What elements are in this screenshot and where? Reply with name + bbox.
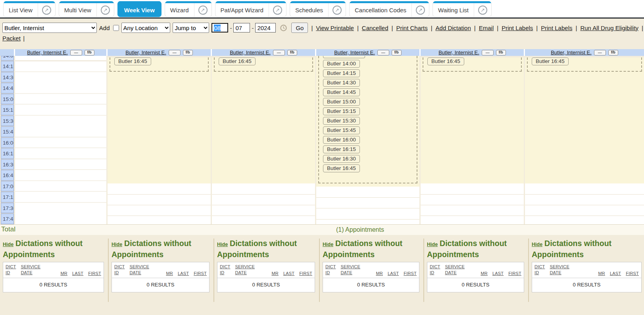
col-first-link[interactable]: FIRST (299, 271, 312, 276)
col-first-link[interactable]: FIRST (404, 271, 417, 276)
col-first-link[interactable]: FIRST (626, 271, 639, 276)
day-column-3[interactable]: Butler 16:45 (212, 56, 315, 224)
open-new-window-button[interactable]: ↗ (96, 3, 114, 17)
slot-button[interactable]: Butler 16:15 (323, 145, 360, 153)
col-dict-id-link[interactable]: ID (325, 270, 336, 276)
col-first-link[interactable]: FIRST (194, 271, 207, 276)
col-dict-id-link[interactable]: ID (6, 270, 16, 276)
date-month-input[interactable]: 08 (211, 23, 228, 32)
col-service-date-link[interactable]: DATE (445, 270, 465, 276)
tab-pat-appt-wizard[interactable]: Pat/Appt Wizard ↗ (215, 1, 286, 17)
col-service-date-link[interactable]: SERVICE (550, 264, 569, 270)
col-first-link[interactable]: FIRST (508, 271, 521, 276)
slot-button[interactable]: Butler 16:45 (323, 164, 360, 172)
email-link[interactable]: Email (479, 25, 494, 31)
open-new-window-button[interactable]: ↗ (474, 3, 491, 17)
col-service-date-link[interactable]: DATE (550, 270, 569, 276)
tab-waiting-list[interactable]: Waiting List ↗ (433, 1, 492, 17)
off-hours-area[interactable] (108, 183, 211, 226)
open-new-window-button[interactable]: ↗ (411, 3, 429, 17)
day-column-5[interactable]: Butler 16:45 (421, 56, 524, 224)
date-day-input[interactable] (233, 23, 250, 32)
day-column-4[interactable]: Butler 14:00 Butler 14:15 Butler 14:30 B… (316, 56, 419, 224)
print-labels-link[interactable]: Print Labels (502, 25, 533, 31)
add-checkbox[interactable] (113, 25, 119, 31)
col-mr-link[interactable]: MR (598, 271, 605, 276)
slot-button[interactable]: Butler 16:00 (323, 136, 360, 144)
col-dict-id-link[interactable]: DICT (114, 264, 125, 270)
col-mr-link[interactable]: MR (376, 271, 383, 276)
hide-link[interactable]: Hide (323, 242, 333, 247)
collapse-column-button[interactable]: — (70, 50, 82, 55)
open-new-window-button[interactable]: ↗ (269, 3, 286, 17)
col-mr-link[interactable]: MR (60, 271, 67, 276)
col-dict-id-link[interactable]: ID (430, 270, 440, 276)
col-last-link[interactable]: LAST (72, 271, 83, 276)
day-column-1[interactable] (15, 56, 106, 224)
tab-multi-view[interactable]: Multi View ↗ (59, 1, 114, 17)
col-service-date-link[interactable]: SERVICE (21, 264, 40, 270)
available-hours-area[interactable]: Butler 16:45 (108, 57, 211, 183)
col-dict-id-link[interactable]: DICT (6, 264, 16, 270)
col-service-date-link[interactable]: SERVICE (129, 264, 149, 270)
col-last-link[interactable]: LAST (492, 271, 504, 276)
slot-button[interactable]: Butler 14:45 (323, 88, 360, 96)
tab-wizard[interactable]: Wizard ↗ (165, 1, 212, 17)
fb-button[interactable]: f/b (85, 50, 94, 55)
slot-button[interactable]: Butler 14:15 (323, 69, 360, 77)
fb-button[interactable]: f/b (183, 50, 193, 55)
col-mr-link[interactable]: MR (271, 271, 279, 276)
slot-button[interactable]: Butler 16:30 (323, 155, 360, 163)
print-charts-link[interactable]: Print Charts (396, 25, 427, 31)
day-column-6[interactable]: Butler 16:45 (525, 56, 644, 224)
off-hours-area[interactable] (421, 183, 524, 226)
jump-to-select[interactable]: Jump to (173, 23, 209, 33)
available-hours-area[interactable]: Butler 16:45 (525, 57, 644, 183)
col-last-link[interactable]: LAST (283, 271, 294, 276)
date-year-input[interactable] (255, 23, 276, 32)
slot-button[interactable]: Butler 14:30 (323, 79, 360, 87)
fb-button[interactable]: f/b (287, 50, 297, 55)
provider-column-link[interactable]: Butler, Internist E. (438, 50, 479, 55)
collapse-column-button[interactable]: — (594, 50, 606, 55)
tab-list-view[interactable]: List View ↗ (3, 1, 56, 17)
off-hours-area[interactable] (212, 183, 315, 226)
tab-week-view[interactable]: Week View (117, 1, 161, 17)
slot-button[interactable]: Butler 16:45 (114, 57, 151, 65)
hide-link[interactable]: Hide (3, 242, 13, 247)
slot-button[interactable]: Butler 15:30 (323, 117, 360, 125)
clock-icon[interactable] (280, 24, 287, 32)
slot-button[interactable]: Butler 15:45 (323, 126, 360, 134)
collapse-column-button[interactable]: — (482, 50, 494, 55)
view-printable-link[interactable]: View Printable (316, 25, 354, 31)
col-dict-id-link[interactable]: DICT (220, 264, 230, 270)
col-first-link[interactable]: FIRST (88, 271, 101, 276)
col-service-date-link[interactable]: DATE (129, 270, 149, 276)
col-dict-id-link[interactable]: ID (114, 270, 125, 276)
fb-button[interactable]: f/b (608, 50, 618, 55)
col-last-link[interactable]: LAST (178, 271, 189, 276)
col-mr-link[interactable]: MR (481, 271, 488, 276)
hide-link[interactable]: Hide (111, 242, 122, 247)
provider-column-link[interactable]: Butler, Internist E. (230, 50, 271, 55)
collapse-column-button[interactable]: — (273, 50, 285, 55)
slot-button[interactable]: Butler 16:45 (532, 57, 569, 65)
open-new-window-button[interactable]: ↗ (38, 3, 55, 17)
available-hours-area[interactable]: Butler 14:00 Butler 14:15 Butler 14:30 B… (316, 56, 419, 187)
col-mr-link[interactable]: MR (166, 271, 173, 276)
tab-schedules[interactable]: Schedules ↗ (290, 1, 346, 17)
provider-select[interactable]: Butler, Internist (2, 23, 97, 33)
provider-column-link[interactable]: Butler, Internist E. (334, 50, 375, 55)
open-new-window-button[interactable]: ↗ (328, 3, 346, 17)
provider-column-link[interactable]: Butler, Internist E. (27, 50, 68, 55)
location-select[interactable]: Any Location (121, 23, 171, 33)
fb-button[interactable]: f/b (392, 50, 402, 55)
print-labels-link-2[interactable]: Print Labels (541, 25, 572, 31)
col-dict-id-link[interactable]: DICT (325, 264, 336, 270)
go-button[interactable]: Go (291, 23, 308, 33)
col-last-link[interactable]: LAST (388, 271, 399, 276)
cancelled-link[interactable]: Cancelled (362, 25, 388, 31)
col-dict-id-link[interactable]: ID (534, 270, 545, 276)
slot-button[interactable]: Butler 15:15 (323, 107, 360, 115)
add-dictation-link[interactable]: Add Dictation (436, 25, 471, 31)
